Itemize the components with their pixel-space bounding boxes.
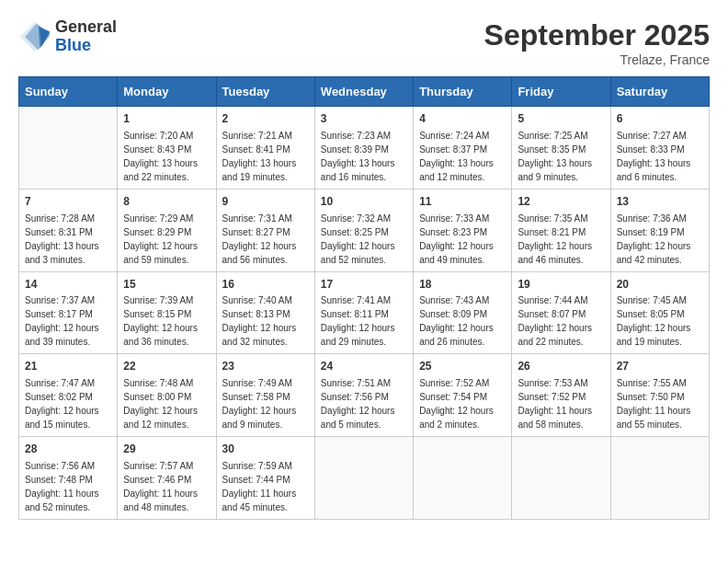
calendar-cell: 5Sunrise: 7:25 AMSunset: 8:35 PMDaylight… — [512, 107, 610, 190]
calendar-cell: 1Sunrise: 7:20 AMSunset: 8:43 PMDaylight… — [118, 107, 216, 190]
calendar-cell: 19Sunrise: 7:44 AMSunset: 8:07 PMDayligh… — [512, 271, 610, 354]
calendar-cell: 23Sunrise: 7:49 AMSunset: 7:58 PMDayligh… — [216, 354, 314, 437]
calendar-cell: 15Sunrise: 7:39 AMSunset: 8:15 PMDayligh… — [118, 271, 216, 354]
calendar-cell: 26Sunrise: 7:53 AMSunset: 7:52 PMDayligh… — [512, 354, 610, 437]
day-header-thursday: Thursday — [414, 77, 512, 107]
calendar-week-row: 14Sunrise: 7:37 AMSunset: 8:17 PMDayligh… — [19, 271, 710, 354]
day-info: Sunrise: 7:35 AMSunset: 8:21 PMDaylight:… — [518, 212, 604, 267]
day-info: Sunrise: 7:44 AMSunset: 8:07 PMDaylight:… — [518, 293, 604, 349]
title-block: September 2025 Trelaze, France — [484, 18, 710, 67]
day-number: 25 — [419, 359, 506, 374]
day-info: Sunrise: 7:55 AMSunset: 7:50 PMDaylight:… — [617, 376, 703, 431]
day-info: Sunrise: 7:40 AMSunset: 8:13 PMDaylight:… — [222, 293, 309, 349]
day-number: 12 — [518, 194, 604, 210]
calendar-header-row: SundayMondayTuesdayWednesdayThursdayFrid… — [19, 77, 710, 107]
day-info: Sunrise: 7:52 AMSunset: 7:54 PMDaylight:… — [419, 376, 506, 431]
day-info: Sunrise: 7:23 AMSunset: 8:39 PMDaylight:… — [321, 129, 407, 184]
logo-icon — [18, 20, 51, 53]
calendar-cell: 30Sunrise: 7:59 AMSunset: 7:44 PMDayligh… — [216, 437, 314, 520]
day-number: 15 — [123, 277, 210, 293]
day-info: Sunrise: 7:41 AMSunset: 8:11 PMDaylight:… — [321, 293, 407, 349]
calendar-cell: 29Sunrise: 7:57 AMSunset: 7:46 PMDayligh… — [118, 437, 216, 520]
logo-general-text: General — [55, 18, 117, 37]
day-number: 28 — [25, 442, 111, 457]
day-header-friday: Friday — [512, 77, 610, 107]
day-info: Sunrise: 7:47 AMSunset: 8:02 PMDaylight:… — [25, 376, 111, 431]
day-number: 24 — [321, 359, 407, 374]
day-info: Sunrise: 7:57 AMSunset: 7:46 PMDaylight:… — [123, 459, 210, 514]
day-info: Sunrise: 7:32 AMSunset: 8:25 PMDaylight:… — [321, 212, 407, 267]
day-number: 27 — [617, 359, 703, 374]
day-number: 23 — [222, 359, 309, 374]
day-number: 18 — [419, 277, 506, 293]
day-info: Sunrise: 7:45 AMSunset: 8:05 PMDaylight:… — [617, 293, 703, 349]
day-info: Sunrise: 7:31 AMSunset: 8:27 PMDaylight:… — [222, 212, 309, 267]
day-number: 30 — [222, 442, 309, 457]
day-number: 17 — [321, 277, 407, 293]
calendar-cell: 14Sunrise: 7:37 AMSunset: 8:17 PMDayligh… — [19, 271, 118, 354]
day-info: Sunrise: 7:48 AMSunset: 8:00 PMDaylight:… — [123, 376, 210, 431]
calendar-cell — [512, 437, 610, 520]
calendar-cell: 20Sunrise: 7:45 AMSunset: 8:05 PMDayligh… — [610, 271, 709, 354]
calendar-cell: 9Sunrise: 7:31 AMSunset: 8:27 PMDaylight… — [216, 189, 314, 271]
day-info: Sunrise: 7:56 AMSunset: 7:48 PMDaylight:… — [25, 459, 111, 514]
day-number: 29 — [123, 442, 210, 457]
day-info: Sunrise: 7:53 AMSunset: 7:52 PMDaylight:… — [518, 376, 604, 431]
calendar-cell: 18Sunrise: 7:43 AMSunset: 8:09 PMDayligh… — [414, 271, 512, 354]
day-info: Sunrise: 7:21 AMSunset: 8:41 PMDaylight:… — [222, 129, 309, 184]
calendar-cell: 25Sunrise: 7:52 AMSunset: 7:54 PMDayligh… — [414, 354, 512, 437]
calendar-cell: 22Sunrise: 7:48 AMSunset: 8:00 PMDayligh… — [118, 354, 216, 437]
location-text: Trelaze, France — [484, 52, 710, 67]
day-number: 13 — [617, 194, 703, 210]
month-title: September 2025 — [484, 18, 710, 52]
calendar-cell: 16Sunrise: 7:40 AMSunset: 8:13 PMDayligh… — [216, 271, 314, 354]
calendar-cell: 10Sunrise: 7:32 AMSunset: 8:25 PMDayligh… — [314, 189, 413, 271]
day-number: 26 — [518, 359, 604, 374]
day-info: Sunrise: 7:36 AMSunset: 8:19 PMDaylight:… — [617, 212, 703, 267]
calendar-cell: 2Sunrise: 7:21 AMSunset: 8:41 PMDaylight… — [216, 107, 314, 190]
calendar-cell: 11Sunrise: 7:33 AMSunset: 8:23 PMDayligh… — [414, 189, 512, 271]
calendar-cell: 6Sunrise: 7:27 AMSunset: 8:33 PMDaylight… — [610, 107, 709, 190]
calendar-cell — [314, 437, 413, 520]
calendar-cell — [610, 437, 709, 520]
calendar-cell: 13Sunrise: 7:36 AMSunset: 8:19 PMDayligh… — [610, 189, 709, 271]
day-number: 14 — [25, 277, 111, 293]
day-header-saturday: Saturday — [610, 77, 709, 107]
day-info: Sunrise: 7:33 AMSunset: 8:23 PMDaylight:… — [419, 212, 506, 267]
calendar-cell: 7Sunrise: 7:28 AMSunset: 8:31 PMDaylight… — [19, 189, 118, 271]
calendar-cell: 4Sunrise: 7:24 AMSunset: 8:37 PMDaylight… — [414, 107, 512, 190]
calendar-cell — [19, 107, 118, 190]
day-number: 1 — [123, 111, 210, 127]
day-number: 22 — [123, 359, 210, 374]
day-info: Sunrise: 7:28 AMSunset: 8:31 PMDaylight:… — [25, 212, 111, 267]
calendar-week-row: 1Sunrise: 7:20 AMSunset: 8:43 PMDaylight… — [19, 107, 710, 190]
logo-blue-text: Blue — [55, 37, 117, 55]
day-info: Sunrise: 7:37 AMSunset: 8:17 PMDaylight:… — [25, 293, 111, 349]
day-header-tuesday: Tuesday — [216, 77, 314, 107]
day-number: 11 — [419, 194, 506, 210]
calendar-week-row: 7Sunrise: 7:28 AMSunset: 8:31 PMDaylight… — [19, 189, 710, 271]
day-header-sunday: Sunday — [19, 77, 118, 107]
calendar-cell: 21Sunrise: 7:47 AMSunset: 8:02 PMDayligh… — [19, 354, 118, 437]
day-number: 19 — [518, 277, 604, 293]
logo-text: General Blue — [55, 18, 117, 55]
day-header-wednesday: Wednesday — [314, 77, 413, 107]
calendar-week-row: 28Sunrise: 7:56 AMSunset: 7:48 PMDayligh… — [19, 437, 710, 520]
day-info: Sunrise: 7:43 AMSunset: 8:09 PMDaylight:… — [419, 293, 506, 349]
day-number: 21 — [25, 359, 111, 374]
calendar-cell: 3Sunrise: 7:23 AMSunset: 8:39 PMDaylight… — [314, 107, 413, 190]
calendar-cell — [414, 437, 512, 520]
calendar-week-row: 21Sunrise: 7:47 AMSunset: 8:02 PMDayligh… — [19, 354, 710, 437]
calendar-cell: 27Sunrise: 7:55 AMSunset: 7:50 PMDayligh… — [610, 354, 709, 437]
day-info: Sunrise: 7:59 AMSunset: 7:44 PMDaylight:… — [222, 459, 309, 514]
day-number: 16 — [222, 277, 309, 293]
day-info: Sunrise: 7:39 AMSunset: 8:15 PMDaylight:… — [123, 293, 210, 349]
day-number: 8 — [123, 194, 210, 210]
day-header-monday: Monday — [118, 77, 216, 107]
calendar-cell: 8Sunrise: 7:29 AMSunset: 8:29 PMDaylight… — [118, 189, 216, 271]
calendar-cell: 17Sunrise: 7:41 AMSunset: 8:11 PMDayligh… — [314, 271, 413, 354]
day-number: 7 — [25, 194, 111, 210]
calendar-cell: 12Sunrise: 7:35 AMSunset: 8:21 PMDayligh… — [512, 189, 610, 271]
day-number: 20 — [617, 277, 703, 293]
day-info: Sunrise: 7:27 AMSunset: 8:33 PMDaylight:… — [617, 129, 703, 184]
